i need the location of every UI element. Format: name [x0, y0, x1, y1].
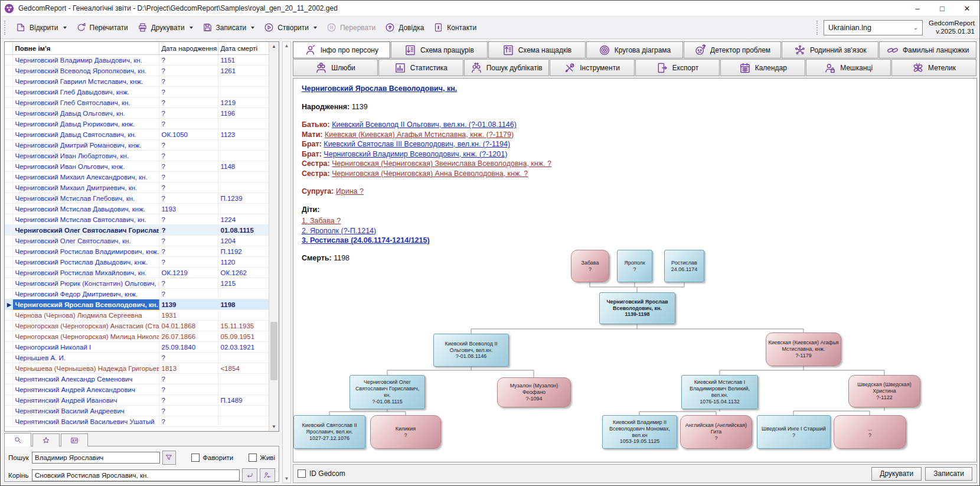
person-name-cell[interactable]: Черниговский Глеб Давыдович, кнж. [12, 87, 159, 97]
person-row[interactable]: Черниговский Давыд Ольгович, кн.?1196 [5, 108, 269, 119]
toolbar-grip-right[interactable] [816, 21, 820, 35]
person-name-cell[interactable]: Черниговский Всеволод Ярополкович, кн. [12, 66, 159, 76]
person-name-cell[interactable]: Чернятинский Василий Васильевич Ушатый [12, 416, 159, 427]
person-row[interactable]: Черниговский Владимир Давыдович, кн.?115… [5, 55, 269, 66]
person-name-cell[interactable]: Черниговский Ростислав Михайлович, кн. [12, 268, 159, 278]
scroll-down-icon[interactable]: ▼ [283, 476, 290, 481]
search-input[interactable] [32, 452, 160, 464]
child-link[interactable]: 2. Ярополк (?-П.1214) [302, 227, 376, 235]
tree-node-feofano[interactable]: Музалон (Музалон) Феофано ?-1094 [497, 377, 571, 407]
tab-family-chains[interactable]: Фамильні ланцюжки [879, 41, 976, 58]
person-row[interactable]: Черниговский Иван Ольгович, кнж.?1148 [5, 161, 269, 172]
person-name-cell[interactable]: Черниговский Гавриил Мстиславич, кнж. [12, 76, 159, 87]
person-name-cell[interactable]: Черниговский Ярослав Всеволодович, кн. [12, 299, 159, 310]
column-header-birth[interactable]: Дата народження [159, 42, 218, 55]
person-row[interactable]: Чернятинский Андрей Иванович?П.1489 [5, 395, 269, 406]
tree-node-yaropolk[interactable]: Ярополк ? [617, 250, 652, 282]
toolbar-grip[interactable] [4, 21, 8, 35]
person-name-cell[interactable]: Черниговский Давыд Ольгович, кн. [12, 108, 159, 119]
person-row[interactable]: Черниговский Дмитрий Романович, кнж.? [5, 140, 269, 151]
person-name-cell[interactable]: Чернятинский Александр Семенович [12, 374, 159, 384]
toolbar-button-pause[interactable]: Перервати [322, 19, 380, 35]
person-name-cell[interactable]: Черниговский Михаил Дмитриевич, кн. [12, 182, 159, 193]
tree-node-inge[interactable]: Шведский Инге I Старший ? [757, 415, 831, 449]
column-header-name[interactable]: Повне ім'я [12, 42, 159, 55]
person-row[interactable]: Черниговский Ростислав Владимирович, кнж… [5, 246, 269, 257]
mini-tab-card[interactable] [61, 433, 88, 446]
column-header-death[interactable]: Дата смерті [218, 42, 269, 55]
child-link[interactable]: 1. Забава ? [302, 217, 341, 225]
person-row[interactable]: Черниговский Давыд Рюрикович, кнж.? [5, 119, 269, 129]
person-row[interactable]: Черниговский Глеб Святославич, кн.?1219 [5, 97, 269, 108]
tree-node-unknown[interactable]: ... ? [834, 415, 906, 449]
toolbar-button-help[interactable]: Довідка [380, 19, 429, 35]
person-name-cell[interactable]: Черниговский Ростислав Давыдович, кнж. [12, 257, 159, 268]
id-gedcom-checkbox[interactable] [298, 469, 306, 478]
tab-residents[interactable]: Мешканці [806, 59, 891, 76]
root-input[interactable] [32, 469, 240, 481]
person-row[interactable]: Черниговский Гавриил Мстиславич, кнж.? [5, 76, 269, 87]
close-button[interactable]: ✕ [955, 1, 979, 16]
tab-butterfly[interactable]: Метелик [891, 59, 976, 76]
person-row[interactable]: Черниговский Глеб Давыдович, кнж.? [5, 87, 269, 97]
tab-duplicates-search[interactable]: Пошук дублікатів [464, 59, 549, 76]
tree-node-gita[interactable]: Английская (Английская) Гита ? [680, 415, 752, 449]
tree-node-father[interactable]: Киевский Всеволод II Ольгович, вел.кн. ?… [433, 334, 509, 367]
person-row[interactable]: Черниговский Ростислав Михайлович, кн.ОК… [5, 268, 269, 278]
toolbar-button-open-file[interactable]: Відкрити [11, 19, 71, 35]
toolbar-button-play[interactable]: Створити [259, 19, 322, 35]
person-arrow-button[interactable] [260, 468, 275, 482]
person-row[interactable]: Черниговский Иван Любартович, кн.? [5, 151, 269, 161]
dropdown-arrow-icon[interactable] [63, 27, 67, 29]
person-name-cell[interactable]: Чернышев А. И. [12, 353, 159, 363]
person-row[interactable]: Черниговский Всеволод Ярополкович, кн.?1… [5, 66, 269, 76]
minimize-button[interactable]: – [905, 1, 930, 16]
person-row[interactable]: Чернова (Чернова) Людмила Сергеевна1931 [5, 310, 269, 321]
person-row[interactable]: Черногорская (Черногорская) Милица Никол… [5, 331, 269, 342]
person-name-cell[interactable]: Черниговский Олег Святославич Гориславич [12, 225, 159, 236]
person-row[interactable]: Чернышев А. И.? [5, 353, 269, 363]
tree-node-rostislav[interactable]: Ростислав 24.06.1174 [664, 250, 704, 282]
dropdown-arrow-icon[interactable] [251, 27, 254, 29]
person-row[interactable]: Черногорский Николай I25.09.184002.03.19… [5, 342, 269, 353]
person-name-cell[interactable]: Черниговский Рюрик (Константин) Ольгович… [12, 278, 159, 289]
person-name-cell[interactable]: Чернятинский Василий Андреевич [12, 406, 159, 416]
person-row[interactable]: Черниговский Мстислав Святославич, кн.?1… [5, 214, 269, 225]
person-name-cell[interactable]: Черниговский Ростислав Владимирович, кнж… [12, 246, 159, 257]
table-scrollbar[interactable]: ▲ ▼ [269, 42, 279, 431]
person-name-cell[interactable]: Чернятинский Андрей Иванович [12, 395, 159, 406]
person-name-cell[interactable]: Черниговский Глеб Святославич, кн. [12, 97, 159, 108]
person-row[interactable]: Черниговский Федор Дмитриевич, кнж.? [5, 289, 269, 299]
tab-tools[interactable]: Інструменти [550, 59, 635, 76]
person-row[interactable]: Черниговский Давыд Святославич, кн.ОК.10… [5, 129, 269, 140]
toolbar-button-refresh[interactable]: Перечитати [71, 19, 133, 35]
mini-tab-star[interactable] [32, 433, 60, 446]
person-name-cell[interactable]: Черниговский Давыд Святославич, кн. [12, 129, 159, 140]
person-row[interactable]: Черниговский Мстислав Глебович, кн.?П.12… [5, 193, 269, 204]
tree-node-mstislav[interactable]: Киевский Мстислав I Владимирович Великий… [681, 375, 758, 409]
tab-statistics[interactable]: Статистика [378, 59, 463, 76]
person-name-cell[interactable]: Черниговский Михаил Александрович, кн. [12, 172, 159, 182]
dropdown-arrow-icon[interactable] [313, 27, 317, 29]
tab-calendar[interactable]: Календар [720, 59, 805, 76]
child-link[interactable]: 3. Ростислав (24.06.1174-1214/1215) [302, 236, 430, 244]
tab-family-relation[interactable]: Родинний зв'язок [782, 41, 879, 58]
spouse-link[interactable]: Ирина ? [336, 187, 364, 195]
scroll-up-icon[interactable]: ▲ [269, 42, 279, 51]
toolbar-button-printer[interactable]: Друкувати [133, 19, 198, 35]
toolbar-button-save[interactable]: Записати [198, 19, 260, 35]
language-select[interactable]: Ukrainian.lng ⌄ [824, 20, 923, 35]
relation-link[interactable]: Черниговская (Черниговская) Звенислава В… [332, 159, 551, 168]
tree-node-mother[interactable]: Киевская (Киевская) Агафья Мстиславна, к… [766, 332, 841, 366]
person-name-cell[interactable]: Чернятинский Андрей Александрович [12, 384, 159, 395]
relation-link[interactable]: Черниговская (Черниговская) Анна Всеволо… [332, 169, 528, 178]
dropdown-arrow-icon[interactable] [190, 27, 193, 29]
person-name-cell[interactable]: Черногорская (Черногорская) Анастасия (С… [12, 321, 159, 331]
person-row[interactable]: Чернятинский Андрей Александрович? [5, 384, 269, 395]
scroll-up-icon[interactable]: ▲ [283, 43, 290, 48]
tree-node-monomakh[interactable]: Киевский Владимир II Всеволодович Монома… [602, 415, 677, 449]
person-row[interactable]: Черниговский Ростислав Давыдович, кнж.?1… [5, 257, 269, 268]
relation-link[interactable]: Киевский Всеволод II Ольгович, вел.кн. (… [332, 120, 517, 129]
person-name-cell[interactable]: Черниговский Федор Дмитриевич, кнж. [12, 289, 159, 299]
person-name-cell[interactable]: Чернышева (Чернышева) Надежда Григорьевн… [12, 363, 159, 374]
